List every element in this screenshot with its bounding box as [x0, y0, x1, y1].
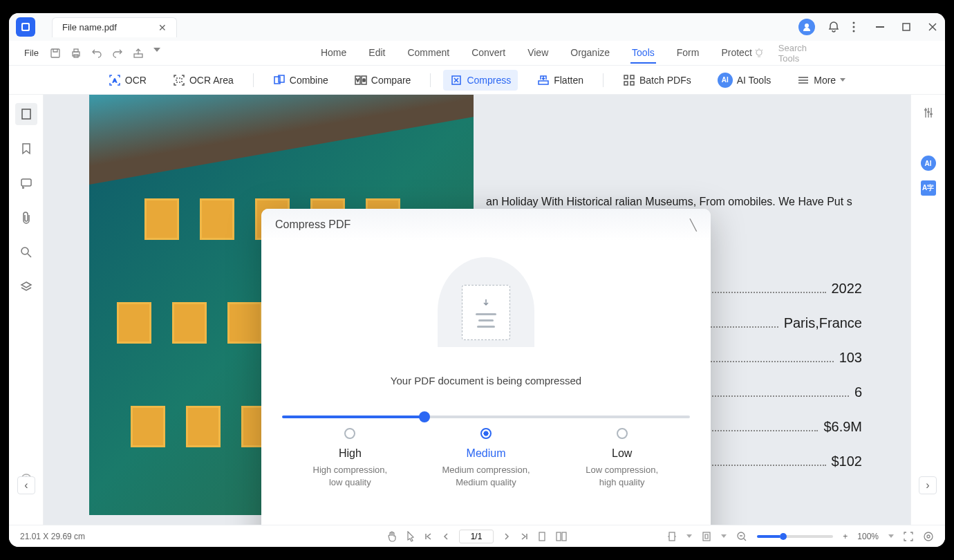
bookmarks-icon[interactable]: [15, 138, 37, 160]
zoom-value: 100%: [857, 532, 879, 541]
fullscreen-icon[interactable]: [904, 532, 913, 541]
svg-point-4: [853, 26, 855, 28]
quality-high[interactable]: High High compression,low quality: [282, 428, 418, 489]
tool-ocr[interactable]: A OCR: [102, 70, 153, 91]
tool-more[interactable]: More: [790, 71, 852, 90]
svg-rect-8: [51, 49, 59, 57]
facing-pages-icon[interactable]: [556, 532, 567, 541]
lightbulb-icon: [754, 48, 765, 59]
fit-width-icon[interactable]: [667, 531, 677, 542]
minimize-icon[interactable]: [874, 21, 886, 32]
redo-icon[interactable]: [112, 48, 123, 59]
next-page-icon[interactable]: [503, 532, 510, 541]
chevron-down-icon[interactable]: [888, 534, 894, 539]
print-icon[interactable]: [71, 48, 82, 59]
file-menu[interactable]: File: [17, 45, 46, 61]
undo-icon[interactable]: [91, 48, 102, 59]
svg-point-40: [927, 535, 930, 538]
chevron-down-icon[interactable]: [686, 534, 692, 539]
compress-dialog: Compress PDF ╲ Your PDF document is bein…: [261, 209, 711, 547]
dropdown-icon[interactable]: [153, 48, 160, 59]
radio-low[interactable]: [617, 428, 628, 439]
quality-low[interactable]: Low Low compression,high quality: [554, 428, 690, 489]
svg-rect-25: [630, 75, 634, 79]
tool-combine[interactable]: Combine: [266, 70, 335, 91]
translate-icon[interactable]: A字: [921, 180, 936, 196]
layers-icon[interactable]: [15, 276, 37, 298]
svg-rect-33: [539, 532, 545, 541]
close-window-icon[interactable]: [927, 21, 938, 32]
kebab-menu-icon[interactable]: [852, 21, 855, 32]
tab-view[interactable]: View: [526, 43, 550, 64]
tab-organize[interactable]: Organize: [569, 43, 611, 64]
tab-convert[interactable]: Convert: [470, 43, 507, 64]
tool-flatten[interactable]: Flatten: [530, 70, 590, 91]
tab-home[interactable]: Home: [319, 43, 348, 64]
compress-illustration-icon: [438, 257, 534, 347]
user-avatar-icon[interactable]: [798, 19, 815, 35]
ai-icon: AI: [718, 73, 733, 88]
first-page-icon[interactable]: [424, 532, 433, 541]
zoom-in-icon[interactable]: +: [843, 532, 848, 541]
dialog-close-icon[interactable]: ╲: [690, 218, 697, 232]
svg-rect-28: [22, 109, 30, 119]
separator: [603, 73, 604, 87]
select-tool-icon[interactable]: [406, 531, 415, 542]
collapse-left-icon[interactable]: ‹: [17, 476, 35, 494]
tab-comment[interactable]: Comment: [406, 43, 451, 64]
zoom-out-icon[interactable]: [736, 531, 747, 542]
svg-rect-6: [876, 26, 884, 28]
svg-point-39: [924, 532, 933, 541]
save-icon[interactable]: [50, 48, 61, 59]
tab-form[interactable]: Form: [675, 43, 701, 64]
last-page-icon[interactable]: [520, 532, 528, 541]
tab-tools[interactable]: Tools: [630, 43, 656, 64]
tool-ocr-area[interactable]: OCR Area: [166, 70, 241, 91]
tab-protect[interactable]: Protect: [720, 43, 753, 64]
svg-point-30: [21, 248, 28, 254]
search-tools-input[interactable]: Search Tools: [778, 43, 807, 64]
statusbar: 21.01 X 29.69 cm + 100%: [9, 525, 945, 547]
dialog-title: Compress PDF: [275, 218, 350, 231]
svg-point-3: [853, 22, 855, 24]
radio-medium[interactable]: [480, 428, 492, 439]
svg-rect-26: [624, 82, 628, 85]
attachments-icon[interactable]: [15, 207, 37, 229]
tool-ai-tools[interactable]: AI AI Tools: [711, 68, 778, 92]
separator: [253, 73, 254, 87]
svg-text:V: V: [356, 78, 359, 82]
notification-bell-icon[interactable]: [827, 21, 840, 33]
comments-icon[interactable]: [15, 172, 37, 194]
search-icon[interactable]: [15, 241, 37, 263]
quality-medium[interactable]: Medium Medium compression,Medium quality: [418, 428, 554, 489]
maximize-icon[interactable]: [901, 21, 912, 32]
quality-slider[interactable]: High High compression,low quality Medium…: [282, 416, 690, 489]
thumbnails-icon[interactable]: [15, 103, 37, 125]
hand-tool-icon[interactable]: [387, 531, 397, 542]
collapse-right-icon[interactable]: ›: [919, 476, 937, 494]
tool-compare[interactable]: VS Compare: [348, 70, 418, 91]
ai-side-icon[interactable]: AI: [921, 156, 936, 171]
close-tab-icon[interactable]: ✕: [158, 22, 167, 33]
tool-compress[interactable]: Compress: [443, 70, 518, 91]
svg-rect-35: [562, 532, 566, 541]
reading-mode-icon[interactable]: [923, 531, 934, 542]
share-icon[interactable]: [133, 48, 144, 59]
prev-page-icon[interactable]: [442, 532, 449, 541]
fit-page-icon[interactable]: [702, 531, 711, 542]
radio-high[interactable]: [344, 428, 355, 439]
right-sidebar: AI A字: [910, 95, 945, 525]
document-tab[interactable]: File name.pdf ✕: [52, 17, 177, 37]
page-input[interactable]: [459, 530, 494, 543]
nav-tabs: Home Edit Comment Convert View Organize …: [319, 43, 754, 64]
svg-rect-24: [624, 75, 628, 79]
svg-text:A: A: [113, 77, 117, 84]
properties-icon[interactable]: [917, 102, 939, 124]
tab-edit[interactable]: Edit: [367, 43, 386, 64]
chevron-down-icon[interactable]: [721, 534, 727, 539]
zoom-slider[interactable]: [757, 535, 833, 538]
left-sidebar: [9, 95, 44, 525]
single-page-icon[interactable]: [538, 532, 546, 541]
svg-rect-7: [903, 24, 910, 30]
tool-batch-pdfs[interactable]: Batch PDFs: [616, 70, 698, 91]
